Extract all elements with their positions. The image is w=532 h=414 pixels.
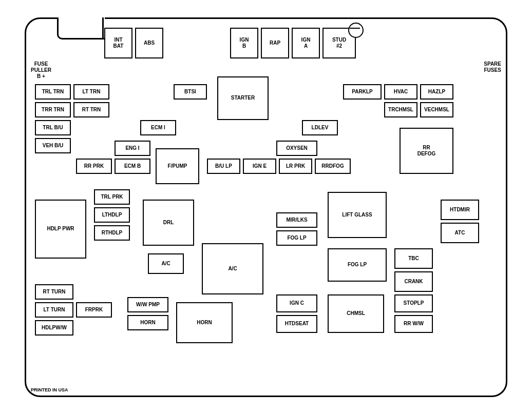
fuse-oxysen: OXYSEN <box>276 141 317 156</box>
fuse-starter: STARTER <box>217 76 269 120</box>
fuse-fog_lp_right: FOG LP <box>328 248 387 282</box>
fuse-ign_e: IGN E <box>243 159 276 174</box>
fuse-eng_i: ENG I <box>115 141 150 156</box>
fuse-ecm_b: ECM B <box>115 159 150 174</box>
stud-connector <box>350 28 360 29</box>
fuse-ign_a: IGNA <box>292 28 320 58</box>
fuse-ac_small: A/C <box>148 253 184 274</box>
fuse-bu_lp: B/U LP <box>207 159 240 174</box>
fuse-fog_lp_left: FOG LP <box>276 230 317 246</box>
fuse-rthdlp: RTHDLP <box>94 225 130 241</box>
stud-circle <box>348 23 364 38</box>
fuse-rap: RAP <box>261 28 289 58</box>
fuse-chmsl: CHMSL <box>328 294 384 333</box>
fuse-trl_bu: TRL B/U <box>35 120 71 135</box>
fuse-lt_turn: LT TURN <box>35 302 73 318</box>
fuse-trchmsl: TRCHMSL <box>384 102 417 117</box>
fuse-rt_turn: RT TURN <box>35 284 73 300</box>
fuse-diagram: INTBATABSIGNBRAPIGNASTUD#2TRL TRNLT TRNT… <box>20 12 512 402</box>
fuse-lift_glass: LIFT GLASS <box>328 192 387 238</box>
fuse-hdlp_pwr: HDLP PWR <box>35 200 86 259</box>
fuse-trl_trn: TRL TRN <box>35 84 71 100</box>
fuse-horn_small: HORN <box>127 315 168 330</box>
fuse-drl: DRL <box>143 200 194 246</box>
fuse-ac_large: A/C <box>202 243 263 294</box>
fuse-hvac: HVAC <box>384 84 417 100</box>
fuse-trr_trn: TRR TRN <box>35 102 71 117</box>
fuse-stoplp: STOPLP <box>394 294 433 312</box>
fuse-htdseat: HTDSEAT <box>276 315 317 333</box>
fuse-parklp: PARKLP <box>343 84 382 100</box>
fuse-lthdlp: LTHDLP <box>94 207 130 223</box>
fuse-atc: ATC <box>441 223 479 243</box>
fuse-ldlev: LDLEV <box>302 120 338 135</box>
fuse-vechmsl: VECHMSL <box>420 102 453 117</box>
fuse-hdlpww: HDLPW/W <box>35 320 73 336</box>
fuse-lt_trn: LT TRN <box>73 84 109 100</box>
fuse-htdmir: HTDMIR <box>441 200 479 220</box>
fuse-ecm_i: ECM I <box>140 120 176 135</box>
fuse-ign_c: IGN C <box>276 294 317 312</box>
fuse-rr_defog: RRDEFOG <box>400 128 453 174</box>
fuse-frprk: FRPRK <box>76 302 112 318</box>
fuse-crank: CRANK <box>394 271 433 292</box>
fuse-rrdfog: RRDFOG <box>315 159 351 174</box>
fuse-hazlp: HAZLP <box>420 84 453 100</box>
fuse-puller-label: FUSEPULLERB + <box>31 61 51 80</box>
fuse-trl_prk: TRL PRK <box>94 189 130 205</box>
fuse-rr_ww: RR W/W <box>394 315 433 333</box>
printed-label: PRINTED IN USA <box>31 387 68 393</box>
fuse-lr_prk: LR PRK <box>279 159 312 174</box>
fuse-tbc: TBC <box>394 248 433 269</box>
fuse-ign_b: IGNB <box>230 28 258 58</box>
fuse-veh_bu: VEH B/U <box>35 138 71 153</box>
fuse-fpump: F/PUMP <box>156 148 199 184</box>
fuse-rr_prk: RR PRK <box>76 159 112 174</box>
fuse-ww_pmp: W/W PMP <box>127 297 168 312</box>
fuse-horn_large: HORN <box>176 302 233 343</box>
spare-fuses-label: SPAREFUSES <box>484 61 501 73</box>
fuse-rt_trn: RT TRN <box>73 102 109 117</box>
fuse-abs: ABS <box>135 28 163 58</box>
fuse-int_bat: INTBAT <box>104 28 132 58</box>
fuse-btsi: BTSI <box>174 84 207 100</box>
fuse-mir_lks: MIR/LKS <box>276 212 317 228</box>
